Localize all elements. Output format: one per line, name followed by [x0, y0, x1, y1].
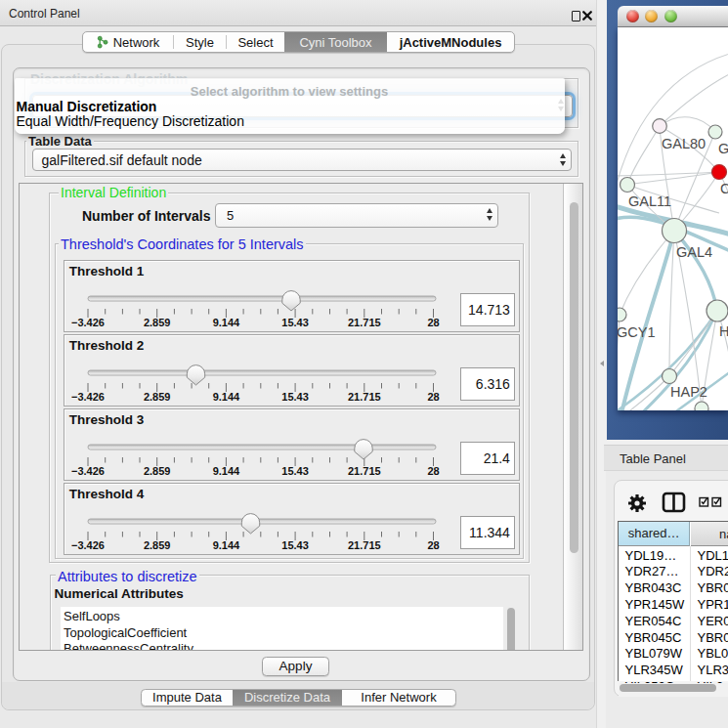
- svg-text:21.715: 21.715: [348, 317, 381, 328]
- svg-text:9.144: 9.144: [213, 465, 240, 477]
- svg-text:28: 28: [427, 391, 439, 403]
- svg-text:9.144: 9.144: [213, 391, 240, 403]
- svg-text:28: 28: [427, 465, 439, 477]
- svg-text:−3.426: −3.426: [71, 391, 105, 403]
- svg-text:CYC: CYC: [720, 181, 728, 196]
- svg-text:−3.426: −3.426: [71, 539, 105, 551]
- svg-text:GAL80: GAL80: [662, 136, 706, 151]
- svg-text:−3.426: −3.426: [71, 317, 105, 328]
- svg-text:HAP2: HAP2: [670, 384, 707, 400]
- svg-text:2.859: 2.859: [144, 465, 171, 477]
- svg-text:15.43: 15.43: [281, 391, 309, 403]
- svg-text:15.43: 15.43: [281, 465, 309, 477]
- svg-text:28: 28: [427, 539, 439, 551]
- svg-text:2.859: 2.859: [144, 539, 171, 551]
- svg-text:−3.426: −3.426: [71, 465, 105, 477]
- svg-text:2.859: 2.859: [144, 391, 171, 403]
- svg-text:15.43: 15.43: [281, 539, 309, 551]
- svg-text:GAL11: GAL11: [628, 193, 671, 209]
- svg-text:28: 28: [427, 317, 439, 328]
- svg-text:GAL1: GAL1: [718, 141, 728, 156]
- svg-text:21.715: 21.715: [348, 391, 381, 403]
- svg-text:2.859: 2.859: [144, 317, 171, 328]
- svg-text:9.144: 9.144: [213, 539, 240, 551]
- svg-text:H: H: [719, 323, 728, 339]
- svg-text:9.144: 9.144: [213, 317, 240, 328]
- svg-text:GCY1: GCY1: [618, 324, 656, 340]
- svg-text:15.43: 15.43: [281, 317, 309, 328]
- svg-text:21.715: 21.715: [348, 465, 381, 477]
- svg-text:21.715: 21.715: [348, 539, 381, 551]
- svg-text:GAL4: GAL4: [676, 244, 712, 260]
